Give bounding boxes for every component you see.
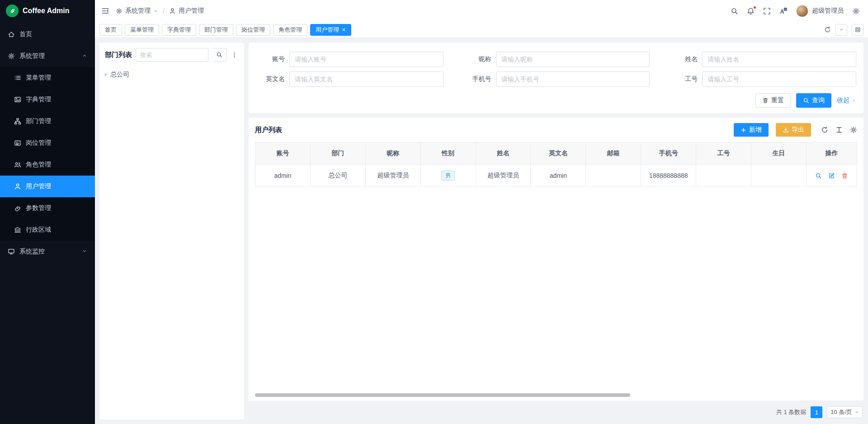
sidebar-item-label: 字典管理 (26, 95, 51, 104)
breadcrumb-item[interactable]: 系统管理 (125, 7, 151, 15)
plus-icon (741, 127, 746, 133)
refresh-icon[interactable] (824, 26, 831, 33)
clear-icon (762, 97, 769, 104)
sidebar-item-system[interactable]: 系统管理 (0, 45, 95, 67)
caret-right-icon[interactable] (105, 73, 107, 76)
department-search-input[interactable] (136, 48, 208, 62)
tab-label: 字典管理 (167, 26, 191, 34)
cell-actions (807, 165, 857, 187)
tree-node-root[interactable]: 总公司 (105, 69, 239, 81)
horizontal-scrollbar[interactable] (255, 393, 630, 397)
username: 超级管理员 (812, 7, 844, 15)
sidebar-item-dept-mgmt[interactable]: 部门管理 (0, 110, 95, 132)
chevron-down-icon[interactable] (153, 9, 158, 14)
tab-home[interactable]: 首页 (99, 24, 122, 36)
app-root: Coffee Admin 首页 系统管理 菜单管理 字典管理 (0, 0, 868, 424)
sidebar: Coffee Admin 首页 系统管理 菜单管理 字典管理 (0, 0, 95, 424)
sidebar-item-label: 参数管理 (26, 204, 51, 212)
work-id-input[interactable] (702, 71, 856, 87)
sidebar-item-role-mgmt[interactable]: 角色管理 (0, 154, 95, 176)
notification-dot (753, 6, 756, 9)
column-header: 生日 (751, 143, 807, 165)
bell-icon[interactable] (747, 7, 755, 15)
sidebar-menu: 首页 系统管理 菜单管理 字典管理 部门管理 (0, 22, 95, 424)
search-icon (803, 97, 809, 104)
export-button-label: 导出 (792, 126, 804, 134)
export-icon (783, 127, 789, 133)
page-size-value: 10 条/页 (830, 408, 852, 416)
sidebar-item-user-mgmt[interactable]: 用户管理 (0, 176, 95, 197)
translate-icon[interactable] (779, 7, 788, 15)
tab-bar: 首页 菜单管理 字典管理 部门管理 岗位管理 角色管理 用户管理 (95, 22, 868, 38)
page-number-button[interactable]: 1 (811, 406, 822, 418)
tab-tools (824, 24, 863, 36)
export-button[interactable]: 导出 (776, 123, 811, 137)
tab-label: 岗位管理 (241, 26, 265, 34)
org-tree-icon (14, 118, 21, 125)
department-search-button[interactable] (212, 48, 226, 62)
table-header-row: 账号 部门 昵称 性别 姓名 英文名 邮箱 手机号 工号 生日 (255, 143, 857, 165)
bank-icon (14, 226, 21, 233)
link-icon (14, 205, 21, 212)
top-header: 系统管理 / 用户管理 (95, 0, 868, 22)
delete-icon[interactable] (841, 172, 848, 179)
search-button[interactable]: 查询 (796, 93, 831, 108)
column-width-icon[interactable] (835, 126, 843, 133)
collapse-toggle[interactable]: 收起 (837, 96, 856, 105)
cell-nickname: 超级管理员 (365, 165, 420, 187)
breadcrumb-separator: / (163, 7, 165, 14)
column-header: 工号 (696, 143, 751, 165)
sidebar-item-region-mgmt[interactable]: 行政区域 (0, 219, 95, 241)
tab-menu-mgmt[interactable]: 菜单管理 (125, 24, 159, 36)
chevron-down-icon[interactable] (835, 24, 847, 36)
tab-role-mgmt[interactable]: 角色管理 (273, 24, 307, 36)
sidebar-item-dict-mgmt[interactable]: 字典管理 (0, 89, 95, 110)
cell-email (586, 165, 641, 187)
en-name-input[interactable] (289, 71, 443, 87)
field-label: 工号 (669, 75, 702, 83)
account-input[interactable] (289, 52, 443, 67)
main-area: 系统管理 / 用户管理 (95, 0, 868, 424)
sidebar-item-post-mgmt[interactable]: 岗位管理 (0, 132, 95, 154)
close-icon[interactable] (342, 28, 346, 32)
view-icon[interactable] (815, 172, 822, 179)
table-settings-gear-icon[interactable] (850, 126, 857, 133)
sidebar-item-menu-mgmt[interactable]: 菜单管理 (0, 67, 95, 89)
nickname-input[interactable] (496, 52, 650, 67)
tab-dict-mgmt[interactable]: 字典管理 (162, 24, 196, 36)
fullscreen-icon[interactable] (763, 7, 771, 15)
department-panel-title: 部门列表 (105, 51, 132, 59)
settings-gear-icon[interactable] (852, 7, 860, 15)
menu-fold-icon[interactable] (101, 7, 109, 15)
column-header: 姓名 (476, 143, 531, 165)
chevron-up-icon (851, 98, 856, 103)
tab-dept-mgmt[interactable]: 部门管理 (199, 24, 233, 36)
user-icon (169, 8, 176, 14)
tab-post-mgmt[interactable]: 岗位管理 (236, 24, 270, 36)
chevron-down-icon (854, 410, 859, 414)
sidebar-submenu: 菜单管理 字典管理 部门管理 岗位管理 角色管理 (0, 67, 95, 241)
tab-user-mgmt[interactable]: 用户管理 (310, 24, 351, 36)
sidebar-item-label: 岗位管理 (26, 139, 51, 147)
sidebar-item-label: 菜单管理 (26, 74, 51, 82)
layout-icon[interactable] (852, 24, 863, 36)
sidebar-item-monitor[interactable]: 系统监控 (0, 241, 95, 262)
gear-icon (116, 8, 123, 14)
cell-phone: 18888888888 (641, 165, 696, 187)
pagination-total: 共 1 条数据 (776, 408, 806, 416)
more-vertical-icon[interactable] (230, 51, 239, 59)
tab-label: 首页 (105, 26, 117, 34)
name-input[interactable] (702, 52, 856, 67)
page-size-select[interactable]: 10 条/页 (827, 406, 863, 418)
refresh-icon[interactable] (821, 126, 828, 133)
sidebar-item-home[interactable]: 首页 (0, 24, 95, 45)
add-button[interactable]: 新增 (734, 123, 769, 137)
tab-label: 用户管理 (316, 26, 339, 34)
search-icon[interactable] (731, 7, 738, 15)
phone-input[interactable] (496, 71, 650, 87)
edit-icon[interactable] (828, 172, 835, 179)
sidebar-item-label: 系统监控 (19, 248, 45, 256)
sidebar-item-param-mgmt[interactable]: 参数管理 (0, 197, 95, 219)
reset-button[interactable]: 重置 (755, 93, 791, 108)
user-menu[interactable]: 超级管理员 (796, 5, 844, 17)
